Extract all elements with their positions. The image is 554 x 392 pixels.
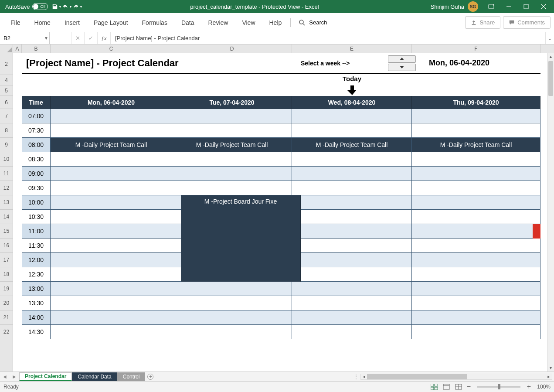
calendar-cell[interactable]: [172, 181, 292, 195]
zoom-level[interactable]: 100%: [537, 384, 551, 390]
calendar-cell[interactable]: [51, 296, 172, 310]
calendar-cell[interactable]: [292, 310, 412, 325]
spinner-up-button[interactable]: [388, 55, 416, 63]
calendar-cell[interactable]: [172, 310, 292, 325]
project-title[interactable]: [Project Name] - Project Calendar: [22, 58, 301, 69]
tab-view[interactable]: View: [235, 15, 262, 31]
enter-formula-button[interactable]: ✓: [85, 32, 98, 44]
name-box[interactable]: B2 ▼: [0, 32, 50, 44]
calendar-cell[interactable]: [51, 282, 172, 296]
calendar-cell[interactable]: [51, 210, 172, 224]
scroll-up-icon[interactable]: ▲: [547, 53, 554, 60]
calendar-event[interactable]: M -Daily Project Team Call: [292, 138, 412, 152]
calendar-cell[interactable]: [412, 181, 540, 195]
save-button[interactable]: ▼: [51, 1, 62, 12]
calendar-cell[interactable]: [172, 109, 292, 123]
calendar-cell[interactable]: [292, 253, 412, 267]
calendar-cell[interactable]: [292, 167, 412, 181]
account-button[interactable]: Shinjini Guha SG: [426, 1, 483, 12]
insert-function-button[interactable]: ƒx: [98, 32, 111, 44]
calendar-cell[interactable]: [292, 210, 412, 224]
row-header[interactable]: 5: [0, 85, 13, 96]
calendar-row[interactable]: 14:30: [22, 325, 540, 339]
spinner-down-button[interactable]: [388, 64, 416, 71]
calendar-cell[interactable]: [412, 210, 540, 224]
scrollbar-thumb[interactable]: [548, 61, 553, 96]
comments-button[interactable]: Comments: [503, 16, 551, 29]
formula-input[interactable]: [Project Name] - Project Calendar: [111, 32, 545, 44]
row-header[interactable]: 14: [0, 210, 13, 224]
minimize-button[interactable]: [500, 0, 517, 13]
sheet-tab-calendar-data[interactable]: Calendar Data: [72, 372, 117, 381]
calendar-cell[interactable]: [51, 253, 172, 267]
scroll-down-icon[interactable]: ▼: [547, 365, 554, 372]
row-header[interactable]: 19: [0, 282, 13, 296]
calendar-row[interactable]: 09:30: [22, 181, 540, 195]
calendar-cell[interactable]: [51, 239, 172, 253]
row-header[interactable]: 9: [0, 138, 13, 152]
calendar-cell[interactable]: [292, 195, 412, 210]
zoom-in-button[interactable]: +: [525, 383, 533, 391]
calendar-row[interactable]: 13:00: [22, 282, 540, 296]
scroll-right-icon[interactable]: ►: [546, 374, 552, 380]
calendar-cell[interactable]: [412, 267, 540, 282]
row-header[interactable]: 21: [0, 310, 13, 325]
calendar-cell[interactable]: [292, 181, 412, 195]
calendar-cell[interactable]: [412, 152, 540, 167]
calendar-cell[interactable]: [292, 267, 412, 282]
calendar-row[interactable]: 14:00: [22, 310, 540, 325]
row-header[interactable]: 16: [0, 239, 13, 253]
tab-data[interactable]: Data: [174, 15, 201, 31]
calendar-cell[interactable]: [51, 267, 172, 282]
zoom-out-button[interactable]: −: [465, 383, 472, 391]
calendar-cell[interactable]: [412, 239, 540, 253]
calendar-cell[interactable]: [292, 296, 412, 310]
calendar-event-board[interactable]: M -Project Board Jour Fixe: [181, 195, 301, 282]
undo-button[interactable]: ▼: [62, 1, 72, 12]
calendar-cell[interactable]: [172, 152, 292, 167]
calendar-cell[interactable]: [292, 325, 412, 339]
column-header[interactable]: E: [292, 44, 412, 53]
calendar-cell[interactable]: [172, 296, 292, 310]
scrollbar-thumb[interactable]: [367, 374, 467, 379]
calendar-cell[interactable]: [51, 181, 172, 195]
maximize-button[interactable]: [517, 0, 535, 13]
calendar-cell[interactable]: [412, 109, 540, 123]
calendar-cell[interactable]: [51, 195, 172, 210]
calendar-cell[interactable]: [292, 109, 412, 123]
calendar-event[interactable]: M -Daily Project Team Call: [172, 138, 292, 152]
grip-icon[interactable]: ⋮: [352, 374, 360, 380]
calendar-cell[interactable]: [51, 152, 172, 167]
ribbon-display-options-button[interactable]: [483, 0, 500, 13]
calendar-cell[interactable]: [412, 310, 540, 325]
calendar-cell[interactable]: [51, 167, 172, 181]
calendar-cell[interactable]: [412, 296, 540, 310]
row-header[interactable]: 10: [0, 152, 13, 167]
redo-button[interactable]: ▼: [72, 1, 83, 12]
calendar-event[interactable]: M -Daily Project Team Call: [412, 138, 540, 152]
tab-formulas[interactable]: Formulas: [135, 15, 174, 31]
calendar-cell[interactable]: [172, 325, 292, 339]
share-button[interactable]: Share: [465, 16, 500, 29]
calendar-cell[interactable]: [292, 152, 412, 167]
calendar-cell[interactable]: [412, 195, 540, 210]
calendar-row[interactable]: 13:30: [22, 296, 540, 310]
calendar-cell[interactable]: [172, 167, 292, 181]
calendar-cell[interactable]: [412, 123, 540, 138]
calendar-row[interactable]: 08:00 M -Daily Project Team Call M -Dail…: [22, 138, 540, 152]
row-header[interactable]: 13: [0, 195, 13, 210]
sheet-tab-project-calendar[interactable]: Project Calendar: [19, 372, 72, 381]
calendar-cell[interactable]: [292, 123, 412, 138]
calendar-cell[interactable]: [412, 224, 540, 239]
tab-insert[interactable]: Insert: [58, 15, 87, 31]
row-header[interactable]: 4: [0, 75, 13, 85]
calendar-row[interactable]: 09:00: [22, 167, 540, 181]
tab-file[interactable]: File: [3, 15, 27, 31]
calendar-cell[interactable]: [51, 325, 172, 339]
vertical-scrollbar[interactable]: ▲ ▼: [547, 53, 554, 372]
row-header[interactable]: 7: [0, 109, 13, 123]
calendar-cell[interactable]: [51, 224, 172, 239]
calendar-event[interactable]: M -Daily Project Team Call: [51, 138, 172, 152]
calendar-cell[interactable]: [412, 282, 540, 296]
row-header[interactable]: 22: [0, 325, 13, 339]
